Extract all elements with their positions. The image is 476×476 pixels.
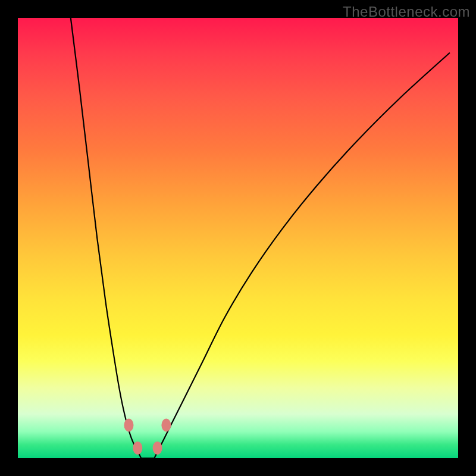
curve-marker <box>133 441 142 455</box>
plot-area <box>18 18 458 458</box>
curve-marker <box>153 441 162 455</box>
bottleneck-curve <box>71 18 449 459</box>
curve-marker <box>124 419 133 432</box>
curve-marker <box>161 419 171 432</box>
curve-layer <box>18 18 458 458</box>
chart-frame: TheBottleneck.com <box>0 0 476 476</box>
